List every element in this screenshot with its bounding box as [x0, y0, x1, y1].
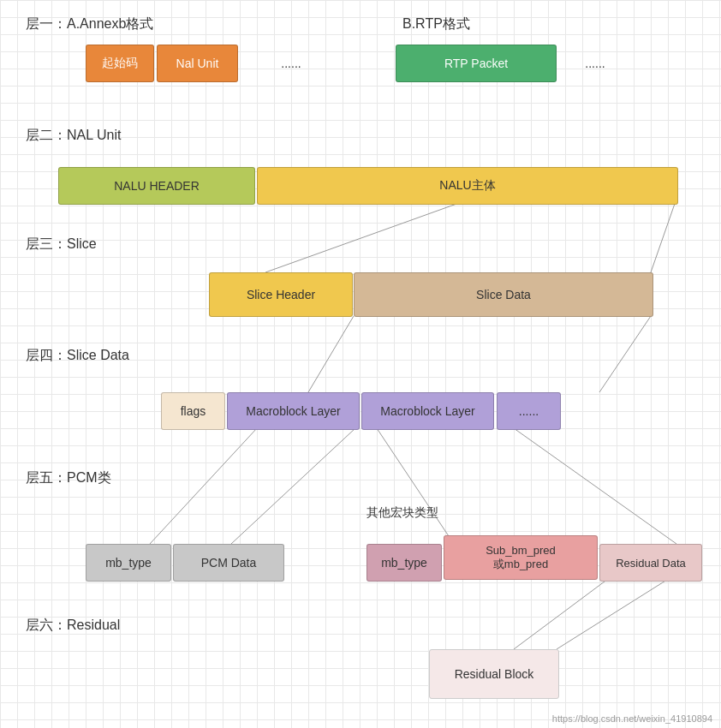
layer1-label-a: 层一：A.Annexb格式: [26, 15, 153, 33]
pcm-data-block: PCM Data: [173, 544, 284, 582]
mb-type-pcm-block: mb_type: [86, 544, 171, 582]
dots3: ......: [497, 392, 561, 430]
svg-line-8: [514, 574, 615, 649]
svg-line-9: [557, 574, 676, 649]
sub-bm-pred-block: Sub_bm_pred 或mb_pred: [444, 535, 598, 580]
mb-type-other-block: mb_type: [366, 544, 442, 582]
layer1-label-b: B.RTP格式: [402, 15, 470, 33]
svg-line-0: [265, 199, 471, 272]
diagram: 层一：A.Annexb格式 B.RTP格式 起始码 Nal Unit .....…: [0, 0, 721, 728]
watermark: https://blog.csdn.net/weixin_41910894: [552, 713, 712, 724]
layer2-label: 层二：NAL Unit: [26, 127, 121, 145]
svg-line-7: [514, 428, 676, 544]
dots1: ......: [265, 51, 317, 75]
rtp-packet-block: RTP Packet: [396, 45, 557, 82]
macroblock1-block: Macroblock Layer: [227, 392, 360, 430]
nalu-header-block: NALU HEADER: [58, 167, 255, 205]
layer6-label: 层六：Residual: [26, 617, 120, 635]
dots2: ......: [569, 51, 621, 75]
start-code-block: 起始码: [86, 45, 154, 82]
residual-block-block: Residual Block: [429, 649, 559, 699]
slice-data-block: Slice Data: [354, 272, 653, 317]
svg-line-4: [150, 428, 257, 544]
layer5b-label: 其他宏块类型: [366, 505, 438, 521]
macroblock2-block: Macroblock Layer: [361, 392, 494, 430]
flags-block: flags: [161, 392, 225, 430]
slice-header-block: Slice Header: [209, 272, 353, 317]
svg-line-1: [651, 199, 676, 272]
residual-data-block: Residual Data: [599, 544, 702, 582]
layer5-label: 层五：PCM类: [26, 469, 111, 487]
svg-line-6: [377, 428, 454, 544]
svg-line-2: [308, 316, 354, 392]
nalu-body-block: NALU主体: [257, 167, 678, 205]
svg-line-5: [231, 428, 355, 544]
layer4-label: 层四：Slice Data: [26, 347, 129, 365]
nal-unit-annexb-block: Nal Unit: [157, 45, 238, 82]
svg-line-3: [599, 316, 651, 392]
layer3-label: 层三：Slice: [26, 236, 97, 254]
